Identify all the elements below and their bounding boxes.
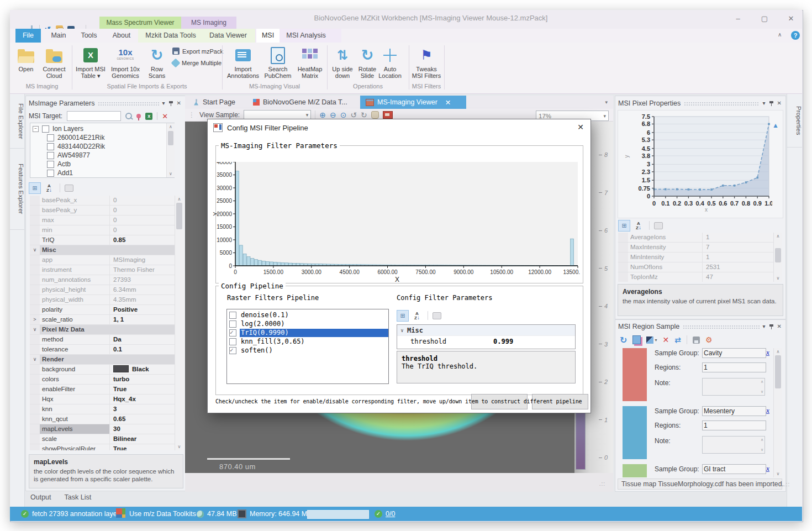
pixel-grid-scrollbar[interactable]: ∧ ∨ (773, 233, 782, 282)
scrollbar-thumb[interactable] (775, 248, 781, 262)
import-annotations-button[interactable]: Import Annotations (225, 46, 261, 79)
ion-layer-row[interactable]: Actb (47, 160, 174, 169)
property-pages-icon[interactable] (654, 222, 663, 229)
property-value[interactable]: MSImaging (110, 255, 175, 265)
property-value[interactable]: 30 (110, 424, 175, 434)
region-color-swatch[interactable] (623, 348, 647, 401)
categorized-view-icon[interactable]: ⊞ (29, 182, 41, 194)
redo-rotate-icon[interactable]: ↻ (361, 111, 367, 119)
collapse-expander-icon[interactable]: − (33, 126, 39, 132)
note-textarea[interactable]: ∧ ∨ (702, 378, 765, 396)
merge-multiple-button[interactable]: Merge Multiple (172, 60, 222, 66)
property-value[interactable]: 0 (110, 215, 175, 225)
checkbox[interactable] (229, 320, 236, 328)
property-value[interactable]: turbo (110, 375, 175, 384)
export-mzpack-button[interactable]: Export mzPack (172, 48, 223, 55)
doc-tab-data[interactable]: BioNovoGene M/Z Data T... (247, 96, 353, 109)
spinner-up-icon[interactable]: ∧ (761, 438, 763, 442)
doc-tab-ms-imaging-viewer[interactable]: MS-Imaging Viewer ✕ (360, 96, 466, 109)
spinner-down-icon[interactable]: ∨ (761, 448, 763, 452)
property-pages-icon[interactable] (433, 312, 441, 319)
close-panel-icon[interactable]: ✕ (177, 101, 181, 106)
formula-x-icon[interactable]: x (766, 465, 769, 473)
property-value[interactable]: 3 (110, 404, 175, 414)
scrollbar-thumb[interactable] (176, 203, 182, 229)
property-row[interactable]: physical_width 4.35mm (30, 295, 175, 305)
excel-export-icon[interactable]: x (145, 113, 152, 120)
ion-layer-row[interactable]: AW549877 (47, 151, 174, 160)
checkbox[interactable] (42, 125, 49, 133)
property-row[interactable]: ∨ Pixel M/z Data (30, 325, 175, 335)
property-value[interactable]: 0 (110, 225, 175, 235)
ion-layer-row[interactable]: 4831440D22Rik (47, 142, 174, 151)
tab-list-dropdown-icon[interactable]: ▾ (605, 99, 608, 105)
checkbox[interactable] (47, 161, 54, 168)
property-row[interactable]: ∨ Render (30, 355, 175, 365)
property-row[interactable]: MaxIntensity 7 (618, 243, 773, 253)
property-value[interactable]: 27393 (110, 275, 175, 285)
property-row[interactable]: colors turbo (30, 375, 175, 385)
tab-data-viewer[interactable]: Data Viewer (203, 29, 253, 43)
pin-icon[interactable] (769, 324, 774, 329)
property-row[interactable]: physical_height 6.34mm (30, 285, 175, 295)
property-value[interactable] (107, 325, 175, 334)
minimize-button[interactable]: – (729, 12, 747, 25)
checkbox[interactable] (47, 152, 54, 159)
property-row[interactable]: knn_qcut 0.65 (30, 414, 175, 424)
property-row[interactable]: instrument Thermo Fisher (30, 265, 175, 275)
note-textarea[interactable]: ∧ ∨ (702, 436, 765, 454)
alphabetical-sort-icon[interactable]: AZ↓ (411, 310, 423, 322)
property-value[interactable]: True (110, 385, 175, 394)
categorized-view-icon[interactable]: ⊞ (397, 310, 409, 322)
ion-layer-row[interactable]: Add1 (47, 169, 174, 177)
property-row[interactable]: max 0 (30, 215, 175, 225)
ribbon-collapse-icon[interactable]: ∧ (778, 31, 782, 38)
tree-scrollbar[interactable]: ∧ ∨ (166, 123, 175, 177)
property-value[interactable]: True (110, 444, 175, 450)
resize-grip[interactable]: .:: (784, 481, 790, 487)
tweaks-msi-filters-button[interactable]: ⚑ Tweaks MSI Filters (411, 46, 442, 79)
tab-msi[interactable]: MSI (256, 29, 280, 43)
sidebar-tab-file-explorer[interactable]: File Explorer (10, 94, 24, 149)
property-row[interactable]: scale Bilinear (30, 434, 175, 444)
pipeline-item[interactable]: denoise(0.1) (227, 311, 388, 319)
property-row[interactable]: basePeak_x 0 (30, 196, 175, 206)
close-panel-icon[interactable]: ✕ (777, 324, 782, 329)
checkbox[interactable] (229, 329, 236, 337)
property-row[interactable]: MinIntensity 1 (618, 253, 773, 262)
property-row[interactable]: threshold 0.999 (397, 335, 575, 347)
property-value[interactable]: Thermo Fisher (110, 265, 175, 275)
connect-cloud-button[interactable]: Connect Cloud (39, 46, 70, 79)
property-row[interactable]: enableFilter True (30, 385, 175, 395)
property-value[interactable] (107, 355, 175, 364)
zoom-in-icon[interactable]: ⊕ (319, 111, 326, 119)
sync-icon[interactable]: ⇄ (674, 335, 681, 344)
search-pubchem-button[interactable]: Search PubChem (262, 46, 294, 79)
property-value[interactable]: 0.999 (493, 338, 513, 345)
property-pages-icon[interactable] (65, 185, 73, 192)
property-row[interactable]: ∨ Misc (30, 245, 175, 255)
property-value[interactable]: Black (110, 365, 175, 374)
fill-region-button[interactable]: ▾ (646, 337, 657, 344)
pipeline-item[interactable]: TrIQ(0.9990) (227, 328, 388, 337)
contextual-tab-ms-imaging[interactable]: MS Imaging (181, 17, 236, 29)
tasks-link[interactable]: 0/0 (386, 510, 395, 518)
alphabetical-sort-icon[interactable]: AZ↓ (632, 220, 645, 232)
scrollbar-thumb[interactable] (168, 131, 173, 145)
doc-tab-start-page[interactable]: Start Page (188, 96, 241, 109)
pipeline-item[interactable]: knn_fill(3,0.65) (227, 337, 388, 346)
panel-menu-icon[interactable]: ▾ (763, 324, 766, 329)
checkbox[interactable] (47, 143, 54, 150)
property-row[interactable]: NumOfIons 2531 (618, 262, 773, 272)
tab-output[interactable]: Output (30, 493, 51, 501)
property-value[interactable]: 0.65 (110, 414, 175, 424)
tab-file[interactable]: File (15, 29, 41, 43)
sample-group-input[interactable] (702, 348, 766, 358)
property-row[interactable]: TopIonMz 47 (618, 272, 773, 282)
tree-root-row[interactable]: − Ion Layers (33, 124, 174, 133)
region-color-swatch[interactable] (623, 464, 647, 477)
property-value[interactable]: Hqx_4x (110, 395, 175, 404)
ion-layer-row[interactable]: 2600014E21Rik (47, 133, 174, 142)
property-row[interactable]: polarity Positive (30, 305, 175, 315)
tab-about[interactable]: About (107, 29, 136, 43)
